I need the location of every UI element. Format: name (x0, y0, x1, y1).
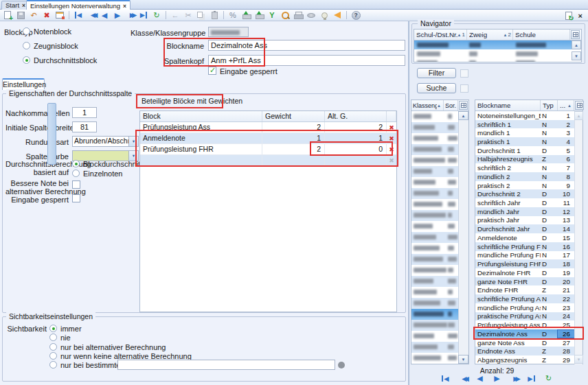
nachkommastellen-field[interactable]: 1 (72, 107, 97, 118)
block-table-row[interactable]: Durchschnitt JahrD14 (475, 224, 574, 233)
scroll-up-icon[interactable]: ▲ (572, 40, 581, 49)
weights-cell-block[interactable]: Anmeldenote (140, 133, 262, 143)
block-table-row[interactable]: schriftlich 2N7 (475, 163, 574, 172)
weights-cell-gewicht[interactable]: 1 (262, 133, 325, 143)
klassen-scrollbar[interactable] (458, 111, 468, 364)
faecher-field[interactable] (117, 360, 335, 370)
column-chooser-icon[interactable] (575, 101, 584, 110)
block-col-typ[interactable]: Typ (541, 100, 558, 110)
weights-table-row[interactable] (140, 155, 396, 166)
weights-cell-gewicht[interactable]: 2 (262, 144, 325, 154)
weights-col-gewicht[interactable]: Gewicht (262, 111, 325, 121)
klassen-table-row[interactable] (411, 342, 458, 353)
weights-col-block[interactable]: Block (140, 111, 262, 121)
weights-table-row[interactable]: Prüfungsleistung Ass22 (140, 122, 396, 133)
block-table-row[interactable]: AbgangszeugnisZ29 (475, 355, 574, 364)
export-icon[interactable] (253, 10, 265, 21)
first-record-icon[interactable]: ◀ (440, 373, 452, 384)
block-table-row[interactable]: mündlich JahrD12 (475, 207, 574, 216)
navigator-refresh-icon[interactable] (565, 12, 572, 20)
block-table-row[interactable]: ganze Note AssD27 (475, 338, 574, 347)
klassen-table-row[interactable] (411, 210, 458, 221)
refresh-icon[interactable]: ↻ (543, 373, 555, 384)
klassen-table-row[interactable] (411, 188, 458, 199)
klassen-table-row[interactable] (411, 232, 458, 243)
block-table-row[interactable]: praktische Prüfung AssN24 (475, 312, 574, 321)
klassen-table-row[interactable] (411, 265, 458, 276)
block-table-row[interactable]: AnmeldenoteD15 (475, 233, 574, 242)
column-chooser-icon[interactable] (571, 30, 580, 39)
block-table-row[interactable]: Durchschnitt 1D5 (475, 146, 574, 155)
klassen-table-row[interactable] (411, 144, 458, 155)
branch-icon[interactable]: Y (266, 10, 278, 21)
klassen-table-row[interactable] (411, 111, 458, 122)
block-table-row[interactable]: Endnote AssZ28 (475, 347, 574, 355)
weights-cell-block[interactable]: Prüfungsleistung Ass (140, 122, 262, 132)
new-record-icon[interactable] (1, 10, 14, 21)
help-icon[interactable] (350, 10, 362, 21)
percent-icon[interactable]: % (227, 10, 239, 21)
rundungsart-dropdown[interactable]: Abrunden/Abschneid (72, 136, 139, 147)
import-icon[interactable] (240, 10, 252, 21)
last-record-icon[interactable]: ▶ (137, 10, 150, 21)
klassen-table-row[interactable] (411, 353, 458, 364)
weights-table-row[interactable]: Prüfungsleistung FHR20 (140, 144, 396, 155)
school-table-row[interactable] (414, 49, 581, 58)
panel-divider[interactable] (408, 21, 409, 385)
bessere-note-checkbox[interactable] (72, 180, 80, 189)
undo-icon[interactable]: ↶ (27, 10, 40, 21)
klassen-col-klassengruppe[interactable]: Klassengru... (411, 100, 444, 110)
scroll-up-icon[interactable]: ▲ (574, 111, 583, 120)
weights-cell-block[interactable] (140, 155, 262, 165)
suche-checkbox[interactable] (460, 84, 468, 93)
block-table-row[interactable]: praktisch JahrD13 (475, 216, 574, 225)
klassen-table-row[interactable] (411, 166, 458, 177)
spaltenkopf-field[interactable]: Anm +PrfL Ass (208, 55, 405, 66)
weights-cell-gewicht[interactable] (262, 155, 325, 165)
berechnung-option[interactable]: Einzelnoten (72, 169, 123, 178)
klassen-table-row[interactable] (411, 298, 458, 309)
delete-row-icon[interactable] (387, 144, 396, 154)
weights-cell-block[interactable]: Prüfungsleistung FHR (140, 144, 262, 154)
klasse-field[interactable] (208, 27, 249, 37)
block-table-row[interactable]: mündlich 1N3 (475, 128, 574, 137)
delete-row-icon[interactable] (387, 122, 396, 132)
visibility-option[interactable]: nur bei alternativer Berechnung (49, 342, 166, 351)
blockname-field[interactable]: Dezimalnote Ass (208, 40, 405, 51)
tab-einstellungen-notenverwaltung[interactable]: Einstellungen Notenverwaltung (26, 0, 131, 10)
chevron-down-icon[interactable] (128, 137, 138, 146)
school-table-row[interactable] (414, 58, 581, 62)
block-table-row[interactable]: schriftliche Prüfung AssN22 (475, 294, 574, 303)
klassen-table-row[interactable] (411, 177, 458, 188)
block-table-row[interactable]: schriftlich JahrD11 (475, 198, 574, 207)
delete-icon[interactable]: ✖ (41, 10, 53, 21)
klassen-table-row[interactable] (411, 122, 458, 133)
tab-close-icon[interactable] (22, 2, 25, 9)
fast-back-icon[interactable]: ◀◀ (457, 373, 469, 384)
back-icon[interactable]: ◀ (98, 10, 111, 21)
edit-form-icon[interactable] (54, 10, 66, 21)
klassen-table-row[interactable] (411, 133, 458, 144)
scroll-down-icon[interactable]: ▼ (574, 355, 583, 364)
filter-checkbox[interactable] (460, 69, 468, 78)
block-col-sortnr[interactable]: ... (558, 100, 574, 110)
block-scrollbar[interactable] (574, 111, 583, 364)
weights-cell-altg[interactable]: 2 (325, 122, 387, 132)
school-table-row[interactable] (414, 40, 581, 49)
klassen-table-row[interactable] (411, 320, 458, 331)
bulb-icon[interactable] (318, 10, 330, 21)
forward-icon[interactable]: ▶ (491, 373, 504, 384)
block-table-row[interactable]: ganze Note FHRD20 (475, 277, 574, 286)
fast-back-icon[interactable]: ◀◀ (85, 10, 98, 21)
disc-icon[interactable] (305, 10, 317, 21)
tab-close-icon[interactable] (123, 3, 126, 10)
block-table-row[interactable]: mündliche Prüfung AssN23 (475, 303, 574, 312)
block-table-row[interactable]: Prüfungsleistung FHRD18 (475, 259, 574, 268)
print-icon[interactable] (292, 10, 304, 21)
block-table-row[interactable]: mündlich 2N8 (475, 172, 574, 181)
blocktyp-option[interactable]: Notenblock (23, 27, 71, 36)
delete-row-icon[interactable] (387, 155, 396, 165)
school-col-schule[interactable]: Schule (513, 30, 570, 40)
weights-table-row[interactable]: Anmeldenote11 (140, 133, 396, 144)
block-table-row[interactable]: schriftlich 1N2 (475, 120, 574, 129)
